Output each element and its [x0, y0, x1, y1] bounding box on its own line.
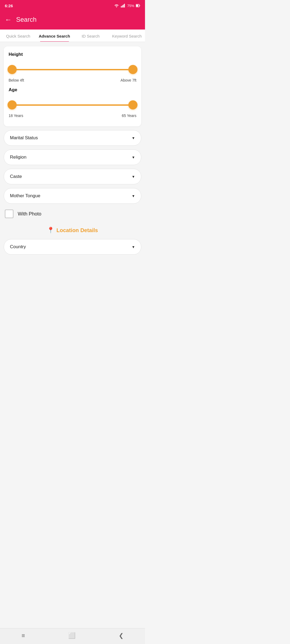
- age-thumb-max[interactable]: [128, 100, 137, 109]
- marital-status-arrow: ▼: [132, 136, 135, 140]
- age-thumb-min[interactable]: [8, 100, 17, 109]
- height-range-labels: Below 4ft Above 7ft: [9, 78, 136, 82]
- age-slider[interactable]: [9, 99, 136, 111]
- svg-rect-1: [122, 5, 123, 8]
- caste-dropdown[interactable]: Caste ▼: [4, 169, 141, 184]
- battery-icon: [136, 4, 140, 7]
- signal-icon: [121, 4, 126, 8]
- height-track: [9, 69, 136, 70]
- status-icons: 75%: [114, 4, 140, 8]
- location-pin-icon: 📍: [47, 227, 54, 234]
- app-title: Search: [16, 16, 37, 23]
- svg-rect-6: [140, 5, 140, 6]
- svg-rect-3: [124, 4, 125, 8]
- with-photo-row: With Photo: [4, 207, 141, 220]
- with-photo-checkbox[interactable]: [5, 210, 13, 218]
- location-details-header: 📍 Location Details: [4, 224, 141, 235]
- marital-status-dropdown[interactable]: Marital Status ▼: [4, 130, 141, 146]
- battery-percent: 75%: [127, 4, 134, 8]
- main-content: Height Below 4ft Above 7ft Age: [0, 42, 145, 283]
- app-bar: ← Search: [0, 11, 145, 30]
- age-max-label: 65 Years: [122, 114, 137, 118]
- location-details-title: Location Details: [56, 227, 98, 233]
- caste-label: Caste: [10, 174, 22, 179]
- with-photo-label: With Photo: [18, 211, 41, 217]
- religion-arrow: ▼: [132, 155, 135, 159]
- height-label: Height: [9, 52, 136, 57]
- marital-status-label: Marital Status: [10, 135, 38, 141]
- height-age-card: Height Below 4ft Above 7ft Age: [4, 46, 141, 126]
- tab-quick-search[interactable]: Quick Search: [0, 30, 36, 42]
- mother-tongue-dropdown[interactable]: Mother Tongue ▼: [4, 188, 141, 204]
- svg-rect-5: [136, 5, 138, 7]
- tab-advance-search[interactable]: Advance Search: [36, 30, 73, 42]
- status-bar: 6:26 75%: [0, 0, 145, 11]
- svg-rect-2: [123, 5, 124, 8]
- svg-rect-0: [121, 6, 122, 8]
- religion-dropdown[interactable]: Religion ▼: [4, 149, 141, 165]
- height-min-label: Below 4ft: [9, 78, 24, 82]
- age-track: [9, 104, 136, 106]
- height-slider[interactable]: [9, 64, 136, 75]
- wifi-icon: [114, 4, 119, 8]
- religion-label: Religion: [10, 155, 26, 160]
- country-dropdown[interactable]: Country ▼: [4, 239, 141, 255]
- tab-id-search[interactable]: ID Search: [73, 30, 109, 42]
- age-section: Age 18 Years 65 Years: [9, 87, 136, 118]
- country-label: Country: [10, 244, 26, 250]
- age-label: Age: [9, 87, 136, 93]
- height-section: Height Below 4ft Above 7ft: [9, 52, 136, 82]
- tabs-bar: Quick Search Advance Search ID Search Ke…: [0, 30, 145, 42]
- mother-tongue-arrow: ▼: [132, 194, 135, 198]
- mother-tongue-label: Mother Tongue: [10, 193, 40, 199]
- country-arrow: ▼: [132, 245, 135, 249]
- back-button[interactable]: ←: [5, 16, 12, 24]
- caste-arrow: ▼: [132, 175, 135, 179]
- status-time: 6:26: [5, 3, 13, 8]
- height-thumb-max[interactable]: [128, 65, 137, 74]
- height-thumb-min[interactable]: [8, 65, 17, 74]
- tab-keyword-search[interactable]: Keyword Search: [109, 30, 145, 42]
- age-min-label: 18 Years: [9, 114, 23, 118]
- height-max-label: Above 7ft: [121, 78, 136, 82]
- age-range-labels: 18 Years 65 Years: [9, 114, 136, 118]
